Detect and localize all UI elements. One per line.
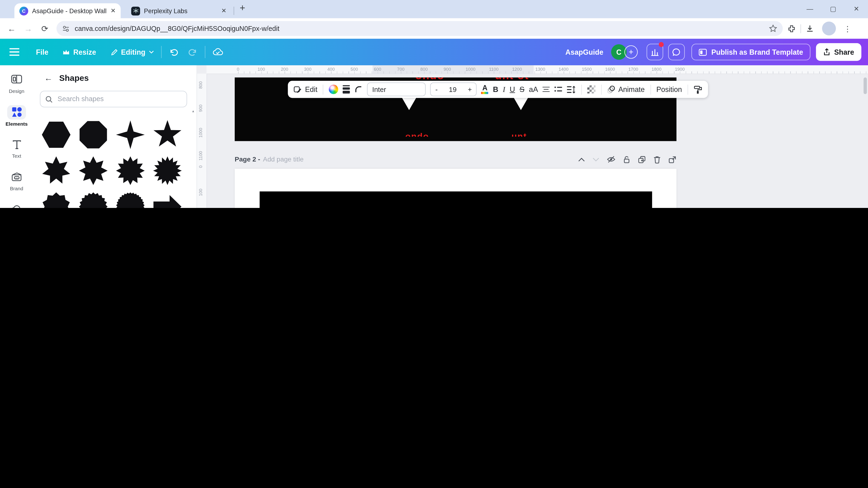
home-menu-icon[interactable] bbox=[9, 48, 19, 56]
underline-button[interactable]: U bbox=[510, 85, 515, 93]
insights-button[interactable] bbox=[647, 44, 663, 60]
shape-octagon[interactable] bbox=[78, 118, 110, 151]
shape-hexagon[interactable] bbox=[40, 118, 72, 151]
ruler-label: 1300 bbox=[535, 67, 545, 72]
ruler-label: 300 bbox=[304, 67, 311, 72]
list-button[interactable] bbox=[554, 86, 562, 93]
italic-button[interactable]: I bbox=[503, 85, 505, 94]
delete-page-icon[interactable] bbox=[653, 155, 661, 163]
workspace-name[interactable]: AsapGuide bbox=[565, 48, 603, 56]
position-button[interactable]: Position bbox=[656, 85, 682, 93]
sidebar-item-elements[interactable]: Elements bbox=[1, 105, 32, 137]
text-align-button[interactable] bbox=[542, 87, 550, 92]
publish-brand-template-button[interactable]: Publish as Brand Template bbox=[691, 44, 810, 60]
maximize-icon[interactable]: ▢ bbox=[822, 2, 845, 16]
close-window-icon[interactable]: ✕ bbox=[845, 2, 868, 16]
sidebar-item-uploads[interactable]: Uploads bbox=[1, 202, 32, 208]
ruler-label: 1200 bbox=[512, 67, 522, 72]
shape-seal-20[interactable] bbox=[78, 190, 110, 208]
tab-perplexity[interactable]: Perplexity Labs ✕ bbox=[126, 3, 231, 18]
resize-menu[interactable]: Resize bbox=[63, 48, 96, 56]
shape-star-12[interactable] bbox=[115, 154, 147, 187]
redo-button[interactable] bbox=[188, 48, 197, 56]
panel-scrollbar[interactable]: ▲ ▼ bbox=[191, 110, 195, 208]
font-size-increase[interactable]: + bbox=[468, 86, 472, 93]
shape-star-10-soft[interactable] bbox=[40, 190, 72, 208]
template-icon bbox=[699, 48, 707, 56]
editing-mode-menu[interactable]: Editing bbox=[111, 48, 154, 56]
text-icon bbox=[7, 137, 26, 152]
ruler-label: 1000 bbox=[466, 67, 475, 72]
bold-button[interactable]: B bbox=[493, 85, 498, 93]
tab-canva[interactable]: C AsapGuide - Desktop Wallpape ✕ bbox=[14, 3, 121, 18]
lock-page-icon[interactable] bbox=[623, 155, 630, 163]
browser-menu-icon[interactable]: ⋮ bbox=[844, 24, 851, 33]
shape-seal-30[interactable] bbox=[115, 190, 147, 208]
share-icon bbox=[823, 48, 831, 56]
comments-button[interactable] bbox=[668, 44, 685, 60]
copy-style-button[interactable] bbox=[693, 85, 703, 94]
close-tab-icon[interactable]: ✕ bbox=[111, 7, 116, 14]
divider bbox=[601, 85, 602, 94]
ruler-label: 200 bbox=[281, 67, 288, 72]
search-input[interactable] bbox=[56, 95, 181, 103]
back-icon[interactable]: ← bbox=[3, 24, 20, 33]
shape-arrow-right[interactable] bbox=[151, 190, 183, 208]
ruler-label: 1100 bbox=[198, 151, 203, 161]
animate-button[interactable]: Animate bbox=[607, 85, 645, 93]
reload-icon[interactable]: ⟳ bbox=[36, 24, 53, 33]
hide-page-icon[interactable] bbox=[607, 155, 616, 163]
color-picker-button[interactable] bbox=[329, 85, 338, 94]
transparency-button[interactable] bbox=[587, 85, 596, 93]
file-menu[interactable]: File bbox=[36, 48, 49, 56]
panel-title: Shapes bbox=[59, 73, 89, 83]
profile-avatar[interactable] bbox=[822, 22, 836, 36]
page-2-header: Page 2 - Add page title bbox=[235, 154, 677, 165]
undo-button[interactable] bbox=[168, 48, 178, 56]
forward-icon[interactable]: → bbox=[20, 24, 36, 33]
vertical-ruler: 8009001000110001002003004005006007008009… bbox=[196, 73, 207, 208]
extensions-icon[interactable] bbox=[787, 24, 796, 33]
font-size-value[interactable]: 19 bbox=[449, 86, 457, 93]
cloud-save-status-icon[interactable] bbox=[212, 47, 223, 57]
download-icon[interactable] bbox=[805, 24, 814, 33]
sidebar-item-brand[interactable]: coBrand bbox=[1, 169, 32, 202]
scroll-up-icon[interactable]: ▲ bbox=[191, 110, 195, 113]
font-family-select[interactable]: Inter bbox=[367, 83, 426, 96]
back-icon[interactable]: ← bbox=[44, 73, 53, 83]
shape-star-8[interactable] bbox=[78, 154, 110, 187]
invite-member-button[interactable]: + bbox=[624, 45, 638, 59]
shape-star-5[interactable] bbox=[151, 118, 183, 151]
font-size-decrease[interactable]: - bbox=[435, 86, 438, 93]
add-page-icon[interactable] bbox=[668, 155, 677, 163]
shape-star-7[interactable] bbox=[40, 154, 72, 187]
bookmark-star-icon[interactable] bbox=[769, 24, 777, 33]
page-title-placeholder[interactable]: Add page title bbox=[263, 155, 304, 163]
element-toolbar: Edit Inter - 19 + A B I U S aA bbox=[288, 81, 708, 98]
minimize-icon[interactable]: — bbox=[798, 2, 822, 16]
border-style-button[interactable] bbox=[343, 85, 350, 93]
move-page-up-icon[interactable] bbox=[578, 157, 585, 162]
edit-image-button[interactable]: Edit bbox=[293, 85, 317, 93]
text-case-button[interactable]: aA bbox=[529, 85, 538, 93]
site-settings-icon[interactable] bbox=[62, 25, 70, 32]
line-spacing-button[interactable] bbox=[567, 86, 576, 93]
text-color-button[interactable]: A bbox=[481, 85, 489, 94]
url-bar[interactable]: canva.com/design/DAGUQp__8G0/QFjcMiH5SOo… bbox=[56, 21, 783, 36]
sidebar-item-text[interactable]: Text bbox=[1, 137, 32, 169]
shape-grid bbox=[40, 118, 183, 208]
page-2-canvas[interactable] bbox=[235, 169, 677, 208]
shape-star-16[interactable] bbox=[151, 154, 183, 187]
black-rectangle-element[interactable] bbox=[260, 191, 652, 208]
new-tab-button[interactable]: + bbox=[240, 3, 245, 14]
duplicate-page-icon[interactable] bbox=[638, 155, 646, 163]
share-button[interactable]: Share bbox=[816, 43, 861, 61]
close-tab-icon[interactable]: ✕ bbox=[221, 7, 226, 14]
move-page-down-icon[interactable] bbox=[592, 157, 599, 162]
shape-star-4[interactable] bbox=[115, 118, 147, 151]
canvas-scrollbar[interactable] bbox=[864, 77, 867, 94]
corner-rounding-button[interactable] bbox=[354, 85, 363, 93]
shape-search-box[interactable] bbox=[40, 91, 187, 107]
strikethrough-button[interactable]: S bbox=[519, 85, 524, 93]
sidebar-item-design[interactable]: Design bbox=[1, 72, 32, 105]
